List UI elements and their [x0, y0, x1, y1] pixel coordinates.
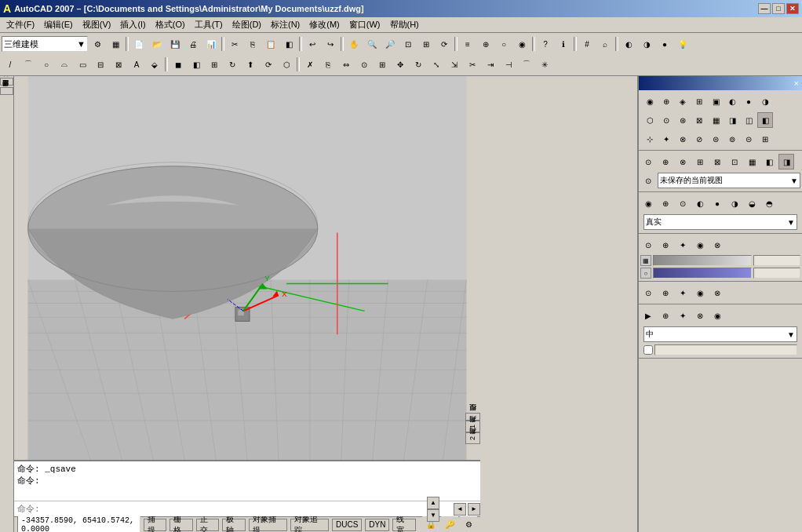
anim-icon-5[interactable]: ◉: [709, 308, 725, 323]
side-panel-properties[interactable]: 特性: [0, 78, 13, 86]
command-input[interactable]: [14, 505, 427, 514]
menu-tools[interactable]: 工具(T): [190, 17, 228, 32]
menu-format[interactable]: 格式(O): [151, 17, 190, 32]
status-ducs[interactable]: DUCS: [332, 519, 362, 531]
tab-layout2[interactable]: 布局2: [465, 432, 480, 444]
rp-icon-23[interactable]: ⊝: [741, 131, 756, 147]
tb-pan[interactable]: ✋: [345, 35, 363, 53]
tb-scale[interactable]: ⤡: [428, 56, 445, 73]
rp-icon-9[interactable]: ⬡: [642, 112, 658, 128]
tb-help[interactable]: ?: [537, 35, 554, 53]
tb-trim[interactable]: ✂: [464, 56, 481, 73]
tb-orbit[interactable]: ⟳: [436, 35, 453, 53]
scale-select[interactable]: 中 ▼: [643, 326, 797, 342]
view-icon-4[interactable]: ⊞: [692, 154, 708, 169]
tb-paste[interactable]: 📋: [262, 35, 279, 53]
tab-layout1[interactable]: 布局1: [465, 421, 480, 432]
tb-zoom-win[interactable]: ⊞: [417, 35, 435, 53]
menu-modify[interactable]: 修改(M): [304, 17, 344, 32]
mat-icon-5[interactable]: ⊗: [709, 285, 725, 301]
rp-icon-19[interactable]: ⊗: [675, 131, 691, 147]
color-swatch-circle[interactable]: ○: [640, 268, 651, 279]
rp-icon-13[interactable]: ▦: [708, 112, 724, 128]
tb-copy[interactable]: ⎘: [244, 35, 261, 53]
tb-rect[interactable]: ▭: [74, 56, 91, 73]
lights-icon-5[interactable]: ⊗: [709, 237, 725, 253]
tb-revolve[interactable]: ↻: [224, 56, 241, 73]
tb-circle[interactable]: ○: [38, 56, 55, 73]
menu-view[interactable]: 视图(V): [78, 17, 116, 32]
rp-icon-2[interactable]: ⊕: [658, 93, 674, 109]
view-icon-2[interactable]: ⊕: [658, 154, 673, 169]
color-input-2[interactable]: [753, 268, 800, 279]
status-snap[interactable]: 捕提: [144, 519, 167, 531]
lights-icon-2[interactable]: ⊕: [658, 237, 673, 253]
color-input-1[interactable]: [753, 255, 800, 266]
tb-redo[interactable]: ↪: [322, 35, 339, 53]
vs-icon-2[interactable]: ⊕: [658, 195, 673, 211]
tb-move[interactable]: ✥: [392, 56, 409, 73]
tb-new[interactable]: 📄: [130, 35, 148, 53]
tb-rotate[interactable]: ↻: [410, 56, 427, 73]
anim-icon-3[interactable]: ✦: [675, 308, 691, 323]
next-btn[interactable]: ►: [468, 503, 480, 516]
tb-offset[interactable]: ⊙: [355, 56, 373, 73]
checkbox-1[interactable]: [643, 345, 653, 355]
tb-erase[interactable]: ✗: [301, 56, 319, 73]
key-icon[interactable]: 🔑: [441, 516, 458, 533]
rp-icon-1[interactable]: ◉: [642, 93, 658, 109]
tb-array[interactable]: ⊞: [374, 56, 391, 73]
tb-shade3[interactable]: ●: [656, 35, 673, 53]
vs-icon-3[interactable]: ⊙: [675, 195, 691, 211]
tb-loft[interactable]: ⬡: [278, 56, 295, 73]
tb-line[interactable]: /: [2, 56, 19, 73]
view-icon-1[interactable]: ⊙: [640, 154, 656, 169]
menu-edit[interactable]: 编辑(E): [39, 17, 78, 32]
view-dropdown-icon[interactable]: ⊙: [640, 173, 656, 188]
tb-open[interactable]: 📂: [148, 35, 166, 53]
rp-icon-14[interactable]: ◨: [724, 112, 740, 128]
tb-extrude[interactable]: ⬆: [242, 56, 259, 73]
prev-btn[interactable]: ◄: [454, 503, 466, 516]
workspace-dropdown[interactable]: 三维建模 ▼: [2, 36, 88, 52]
tb-shade2[interactable]: ◑: [638, 35, 655, 53]
vs-icon-4[interactable]: ◐: [692, 195, 708, 211]
tb-sweep[interactable]: ⟳: [260, 56, 277, 73]
tb-hatch[interactable]: ⊟: [92, 56, 109, 73]
tb-zoom-prev[interactable]: 🔎: [381, 35, 399, 53]
close-button[interactable]: ✕: [786, 3, 799, 14]
tab-model[interactable]: 模型: [465, 413, 480, 421]
tb-text[interactable]: A: [128, 56, 145, 73]
status-dyn[interactable]: DYN: [365, 519, 389, 531]
menu-insert[interactable]: 插入(I): [115, 17, 150, 32]
rp-icon-3[interactable]: ◈: [675, 93, 691, 109]
tb-dashboard-icon[interactable]: ▦: [107, 35, 124, 53]
tb-save[interactable]: 💾: [166, 35, 184, 53]
tb-plot[interactable]: 📊: [202, 35, 220, 53]
rp-icon-10[interactable]: ⊙: [658, 112, 674, 128]
anim-icon-1[interactable]: ▶: [640, 308, 656, 323]
tb-insert[interactable]: ⬙: [146, 56, 163, 73]
tb-stretch[interactable]: ⇲: [446, 56, 463, 73]
scroll-up-btn[interactable]: ▲: [427, 497, 439, 509]
menu-help[interactable]: 帮助(H): [385, 17, 424, 32]
vs-icon-5[interactable]: ●: [709, 195, 725, 211]
rp-icon-4[interactable]: ⊞: [691, 93, 707, 109]
tb-arc[interactable]: ⌓: [56, 56, 73, 73]
tb-extend[interactable]: ⇥: [482, 56, 499, 73]
tb-zoom-real[interactable]: ⊡: [399, 35, 417, 53]
rp-icon-6[interactable]: ◐: [724, 93, 740, 109]
view-select[interactable]: 未保存的当前视图 ▼: [658, 173, 800, 188]
tb-polyline[interactable]: ⌒: [20, 56, 37, 73]
menu-dimension[interactable]: 标注(N): [266, 17, 304, 32]
tb-surface[interactable]: ◧: [188, 56, 205, 73]
tb-zoom[interactable]: 🔍: [363, 35, 381, 53]
menu-draw[interactable]: 绘图(D): [228, 17, 266, 32]
tb-mesh[interactable]: ⊞: [206, 56, 223, 73]
view-icon-9[interactable]: ◨: [778, 154, 794, 169]
rp-icon-24[interactable]: ⊞: [757, 131, 773, 147]
rp-icon-11[interactable]: ⊛: [675, 112, 691, 128]
vs-icon-6[interactable]: ◑: [727, 195, 742, 211]
status-lw[interactable]: 线宽: [392, 519, 416, 531]
tb-region[interactable]: ⊠: [110, 56, 127, 73]
